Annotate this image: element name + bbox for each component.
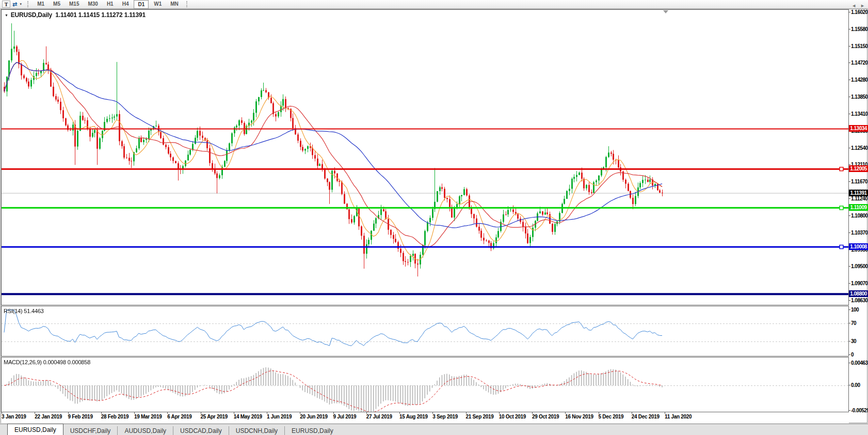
rsi-axis-label: 100 xyxy=(851,307,859,313)
text-tool-button[interactable]: T xyxy=(2,1,10,8)
price-tag: 1.13034 xyxy=(849,125,868,132)
tab-scroll-left-icon[interactable]: ◄ xyxy=(851,3,856,8)
chart-tab-audusd-2[interactable]: AUDUSD,Daily xyxy=(117,426,173,435)
date-axis-label: 6 Apr 2019 xyxy=(167,414,191,420)
price-axis-label: 1.15150 xyxy=(851,43,868,49)
timeframe-button-h1[interactable]: H1 xyxy=(103,0,117,8)
chevron-down-icon[interactable]: ▼ xyxy=(19,3,22,6)
collapse-triangle-icon[interactable]: ▼ xyxy=(5,13,8,17)
chart-tab-usdchf-1[interactable]: USDCHF,Daily xyxy=(63,426,118,435)
rsi-canvas[interactable] xyxy=(2,306,848,356)
chart-tabbar: EURUSD,DailyUSDCHF,DailyAUDUSD,DailyUSDC… xyxy=(0,424,868,435)
macd-axis-label: 0.00463 xyxy=(851,360,868,366)
price-axis-label: 1.09500 xyxy=(851,263,868,269)
chart-title: ▼EURUSD,Daily 1.11401 1.11415 1.11272 1.… xyxy=(5,11,146,19)
date-axis-label: 11 Jan 2020 xyxy=(665,414,692,420)
timeframe-buttons: M1M5M15M30H1H4D1W1MN xyxy=(34,0,182,9)
rsi-axis-label: 0 xyxy=(851,352,854,358)
price-tag: 1.10008 xyxy=(849,243,868,250)
toolbar-grip xyxy=(27,1,30,7)
date-axis-label: 29 Oct 2019 xyxy=(532,414,559,420)
date-axis-label: 16 Nov 2019 xyxy=(565,414,593,420)
price-tag: 1.11391 xyxy=(849,190,868,196)
cycle-charts-icon[interactable]: ⇄ xyxy=(11,1,18,8)
date-axis-label: 21 Sep 2019 xyxy=(466,414,494,420)
chart-tab-usdcad-3[interactable]: USDCAD,Daily xyxy=(173,426,229,435)
tab-scroll-right-icon[interactable]: ► xyxy=(860,3,865,8)
date-axis-label: 3 Jan 2019 xyxy=(2,414,26,420)
date-axis-label: 28 Feb 2019 xyxy=(101,414,128,420)
date-axis-label: 9 Feb 2019 xyxy=(68,414,93,420)
price-axis-label: 1.12540 xyxy=(851,145,868,151)
price-axis-label: 1.13850 xyxy=(851,94,868,100)
mt4-application: T ⇄ ▼ M1M5M15M30H1H4D1W1MN ▼EURUSD,Daily… xyxy=(0,0,868,435)
date-axis-label: 1 Jun 2019 xyxy=(267,414,292,420)
price-axis-label: 1.11670 xyxy=(851,179,867,184)
macd-label: MACD(12,26,9) 0.000498 0.000858 xyxy=(4,359,90,365)
toolbar: T ⇄ ▼ M1M5M15M30H1H4D1W1MN xyxy=(0,0,868,9)
rsi-axis-label: 70 xyxy=(851,320,856,326)
price-axis-label: 1.15580 xyxy=(851,26,868,32)
timeframe-button-w1[interactable]: W1 xyxy=(150,0,165,8)
price-axis-label: 1.16020 xyxy=(851,9,868,15)
chart-tab-eurusd-5[interactable]: EURUSD,Daily xyxy=(284,426,340,435)
date-axis-label: 19 Mar 2019 xyxy=(134,414,162,420)
rsi-label: RSI(14) 51.4463 xyxy=(4,308,44,314)
price-axis-label: 1.14720 xyxy=(851,60,868,66)
timeframe-button-m5[interactable]: M5 xyxy=(50,0,64,8)
price-axis-label: 1.10370 xyxy=(851,230,868,236)
tab-scroll-buttons: ◄ ► xyxy=(851,3,865,8)
price-axis-label: 1.09070 xyxy=(851,281,868,286)
date-axis[interactable]: 3 Jan 201922 Jan 20199 Feb 201928 Feb 20… xyxy=(1,412,849,423)
price-axis-label: 1.14280 xyxy=(851,77,868,83)
date-axis-label: 14 May 2019 xyxy=(234,414,262,420)
date-axis-label: 5 Dec 2019 xyxy=(599,414,624,420)
date-axis-label: 22 Jan 2019 xyxy=(35,414,62,420)
price-axis-label: 1.13410 xyxy=(851,111,868,117)
toolbar-grip-2 xyxy=(186,1,189,7)
price-tag: 1.08800 xyxy=(849,290,868,297)
price-tag: 1.12005 xyxy=(849,165,868,172)
date-axis-label: 27 Jul 2019 xyxy=(366,414,392,420)
macd-canvas[interactable] xyxy=(2,358,848,412)
timeframe-button-h4[interactable]: H4 xyxy=(119,0,133,8)
price-axis-label: 1.08630 xyxy=(851,298,868,303)
date-axis-label: 24 Dec 2019 xyxy=(632,414,660,420)
timeframe-button-m30[interactable]: M30 xyxy=(84,0,101,8)
chart-symbol: EURUSD,Daily xyxy=(11,11,52,19)
date-axis-label: 15 Aug 2019 xyxy=(399,414,428,420)
price-axis-label: 1.11240 xyxy=(851,196,867,201)
date-axis-label: 9 Jul 2019 xyxy=(333,414,357,420)
macd-axis-label: -0.00529 xyxy=(851,408,868,413)
date-axis-label: 10 Oct 2019 xyxy=(499,414,526,420)
rsi-axis-label: 30 xyxy=(851,338,856,344)
timeframe-button-m1[interactable]: M1 xyxy=(34,0,48,8)
price-axis-label: 1.10800 xyxy=(851,213,868,219)
date-axis-label: 25 Apr 2019 xyxy=(201,414,228,420)
timeframe-button-m15[interactable]: M15 xyxy=(66,0,83,8)
price-tag: 1.11009 xyxy=(849,204,868,211)
price-chart-canvas[interactable] xyxy=(2,10,848,305)
chart-ohlc: 1.11401 1.11415 1.11272 1.11391 xyxy=(55,11,146,19)
chart-tab-usdcnh-4[interactable]: USDCNH,Daily xyxy=(229,426,284,435)
chart-tab-eurusd-0[interactable]: EURUSD,Daily xyxy=(7,424,63,435)
date-axis-label: 20 Jun 2019 xyxy=(300,414,327,420)
macd-axis-label: 0.00 xyxy=(851,382,860,388)
timeframe-button-mn[interactable]: MN xyxy=(167,0,182,8)
timeframe-button-d1[interactable]: D1 xyxy=(134,0,149,9)
date-axis-label: 3 Sep 2019 xyxy=(432,414,458,420)
